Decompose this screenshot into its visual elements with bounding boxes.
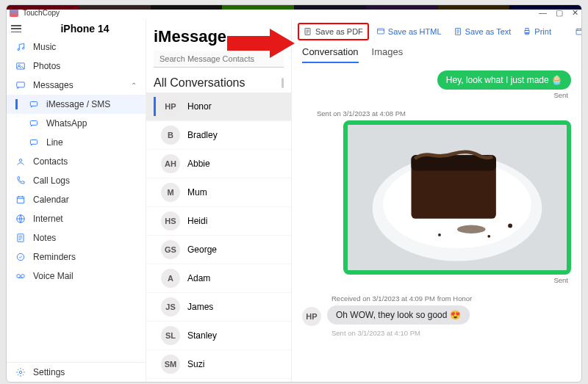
sidebar-item-photos[interactable]: Photos xyxy=(7,57,146,76)
tab-conversation[interactable]: Conversation xyxy=(302,46,359,63)
pdf-icon xyxy=(304,27,312,36)
contact-name: James xyxy=(187,302,213,312)
html-icon xyxy=(376,27,385,36)
avatar: AH xyxy=(161,154,180,173)
contact-george[interactable]: GSGeorge xyxy=(146,236,291,264)
contact-adam[interactable]: AAdam xyxy=(146,264,291,293)
sidebar-item-label: WhatsApp xyxy=(46,118,87,128)
avatar: B xyxy=(161,126,180,145)
svg-rect-32 xyxy=(227,36,270,51)
scroll-hint xyxy=(282,78,284,88)
svg-point-0 xyxy=(18,48,19,50)
internet-icon xyxy=(15,214,26,224)
svg-point-15 xyxy=(19,371,22,374)
selection-bar xyxy=(154,297,156,316)
contact-maja[interactable]: MBMaja xyxy=(146,379,291,382)
app-window: TouchCopy — ▢ ✕ iPhone 14 MusicPhotosMes… xyxy=(6,4,582,383)
contact-heidi[interactable]: HSHeidi xyxy=(146,207,291,236)
svg-rect-22 xyxy=(576,29,582,35)
contact-bradley[interactable]: BBradley xyxy=(146,121,291,150)
tab-images[interactable]: Images xyxy=(372,46,404,63)
message-image[interactable] xyxy=(343,120,571,275)
sidebar-item-notes[interactable]: Notes xyxy=(7,228,146,247)
save-html-label: Save as HTML xyxy=(388,27,442,36)
svg-point-31 xyxy=(438,233,441,236)
message-timestamp: Sent on 3/1/2023 at 4:08 PM xyxy=(317,109,406,117)
selection-bar xyxy=(154,154,156,173)
selection-bar xyxy=(154,269,156,288)
avatar: SM xyxy=(161,355,180,374)
sidebar-item-calendar[interactable]: Calendar xyxy=(7,190,146,209)
contact-stanley[interactable]: SLStanley xyxy=(146,322,291,350)
sidebar-item-label: Messages xyxy=(33,80,74,90)
save-text-button[interactable]: Save as Text xyxy=(449,24,516,39)
contact-name: Adam xyxy=(187,273,210,283)
sidebar-item-voice-mail[interactable]: Voice Mail xyxy=(7,267,146,286)
selection-bar xyxy=(154,326,156,345)
sidebar-item-contacts[interactable]: Contacts xyxy=(7,152,146,171)
calendar-icon xyxy=(15,195,26,205)
toolbar: Save as PDF Save as HTML Save as Text Pr… xyxy=(292,20,581,40)
message-sent-image: Sent on 3/1/2023 at 4:08 PM xyxy=(302,106,571,284)
message-received: Received on 3/1/2023 at 4:09 PM from Hon… xyxy=(302,291,571,340)
sidebar-item-call-logs[interactable]: Call Logs xyxy=(7,171,146,190)
sidebar-item-label: iMessage / SMS xyxy=(46,99,110,109)
svg-point-30 xyxy=(487,235,490,238)
avatar: HP xyxy=(302,307,321,326)
print-button[interactable]: Print xyxy=(518,24,556,39)
photos-icon xyxy=(15,61,26,71)
sidebar-item-label: Reminders xyxy=(33,252,76,262)
svg-rect-5 xyxy=(30,102,37,106)
sidebar-item-messages[interactable]: Messages⌃ xyxy=(7,76,146,95)
contact-name: Stanley xyxy=(187,330,217,341)
calls-icon xyxy=(15,175,26,186)
calendar-icon xyxy=(575,27,582,36)
avatar: A xyxy=(161,269,180,288)
text-icon xyxy=(453,27,462,36)
svg-rect-9 xyxy=(17,197,24,203)
contact-name: Bradley xyxy=(187,130,218,140)
sidebar-item-label: Notes xyxy=(33,233,56,243)
contact-list: HPHonorBBradleyAHAbbieMMumHSHeidiGSGeorg… xyxy=(146,93,291,382)
svg-point-29 xyxy=(508,224,512,228)
sidebar-item-label: Calendar xyxy=(33,195,69,205)
print-icon xyxy=(523,27,531,36)
contact-mum[interactable]: MMum xyxy=(146,178,291,207)
contact-name: Mum xyxy=(187,187,207,198)
app-title: TouchCopy xyxy=(23,9,60,17)
contact-abbie[interactable]: AHAbbie xyxy=(146,150,291,178)
save-pdf-button[interactable]: Save as PDF xyxy=(298,23,369,40)
avatar: GS xyxy=(161,240,180,259)
sidebar-item-music[interactable]: Music xyxy=(7,37,146,57)
sidebar-item-internet[interactable]: Internet xyxy=(7,209,146,228)
gear-icon xyxy=(15,367,26,377)
sidebar-item-settings[interactable]: Settings xyxy=(7,363,146,382)
sidebar-item-imessage-sms[interactable]: iMessage / SMS xyxy=(7,95,146,114)
message-bubble: Hey, look what I just made 🧁 xyxy=(437,70,571,90)
contacts-icon xyxy=(15,156,26,167)
nav-list: MusicPhotosMessages⌃iMessage / SMSWhatsA… xyxy=(7,37,146,362)
sidebar-item-line[interactable]: Line xyxy=(7,133,146,152)
message-sent: Hey, look what I just made 🧁 Sent xyxy=(302,70,571,99)
contact-name: Honor xyxy=(187,101,212,112)
avatar: M xyxy=(161,183,180,202)
print-label: Print xyxy=(534,27,551,36)
sidebar-item-whatsapp[interactable]: WhatsApp xyxy=(7,114,146,133)
message-timestamp: Received on 3/1/2023 at 4:09 PM from Hon… xyxy=(331,294,472,303)
menu-icon[interactable] xyxy=(11,25,21,32)
reminders-icon xyxy=(15,252,26,262)
svg-point-8 xyxy=(19,159,22,162)
chat-icon xyxy=(29,99,39,109)
filter-dates-button[interactable]: Filter Dates xyxy=(570,24,582,39)
sidebar-item-reminders[interactable]: Reminders xyxy=(7,247,146,267)
contact-suzi[interactable]: SMSuzi xyxy=(146,350,291,379)
message-status: Sent xyxy=(553,276,568,284)
message-list[interactable]: Hey, look what I just made 🧁 Sent Sent o… xyxy=(292,63,581,382)
selection-bar xyxy=(154,355,156,374)
svg-point-14 xyxy=(21,275,25,278)
contact-james[interactable]: JSJames xyxy=(146,293,291,322)
save-html-button[interactable]: Save as HTML xyxy=(372,24,446,39)
contact-honor[interactable]: HPHonor xyxy=(146,93,291,121)
contact-name: Heidi xyxy=(187,216,207,226)
conversation-panel: Save as PDF Save as HTML Save as Text Pr… xyxy=(292,20,581,382)
